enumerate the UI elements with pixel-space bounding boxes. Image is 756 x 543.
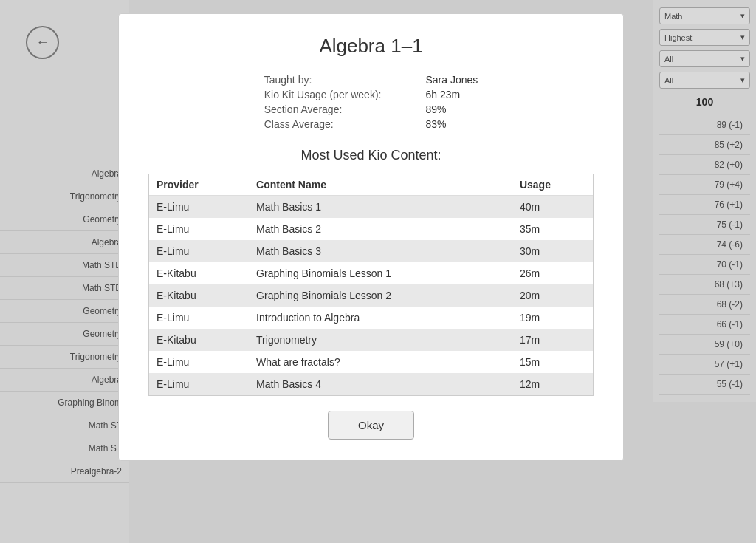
section-avg-value: 89% [425,103,478,115]
cell-usage: 15m [512,351,593,373]
table-row: E-LimuWhat are fractals?15m [149,351,593,373]
cell-provider: E-Limu [149,196,249,219]
table-row: E-LimuIntroduction to Algebra19m [149,307,593,329]
table-row: E-KitabuTrigonometry17m [149,329,593,351]
table-body: E-LimuMath Basics 140mE-LimuMath Basics … [149,196,593,396]
modal-title: Algebra 1–1 [148,35,594,58]
class-avg-value: 83% [425,118,478,130]
cell-usage: 40m [512,196,593,219]
cell-content: Graphing Binomials Lesson 1 [249,262,512,284]
section-avg-label: Section Average: [264,103,382,115]
table-row: E-LimuMath Basics 412m [149,373,593,395]
cell-content: Math Basics 1 [249,196,512,219]
class-avg-label: Class Average: [264,118,382,130]
cell-usage: 20m [512,284,593,307]
cell-content: Trigonometry [249,329,512,351]
cell-provider: E-Kitabu [149,284,249,307]
cell-content: Introduction to Algebra [249,307,512,329]
cell-usage: 19m [512,307,593,329]
table-row: E-LimuMath Basics 140m [149,196,593,219]
table-row: E-KitabuGraphing Binomials Lesson 220m [149,284,593,307]
cell-usage: 17m [512,329,593,351]
content-table-wrapper[interactable]: Provider Content Name Usage E-LimuMath B… [148,174,594,396]
taught-by-value: Sara Jones [425,74,478,86]
cell-content: What are fractals? [249,351,512,373]
cell-provider: E-Limu [149,307,249,329]
cell-content: Math Basics 3 [249,240,512,262]
cell-provider: E-Kitabu [149,329,249,351]
cell-content: Math Basics 2 [249,218,512,240]
cell-usage: 30m [512,240,593,262]
usage-label: Kio Kit Usage (per week): [264,89,382,100]
modal-dialog: Algebra 1–1 Taught by: Sara Jones Kio Ki… [118,13,624,461]
cell-usage: 26m [512,262,593,284]
cell-usage: 12m [512,373,593,395]
table-header: Provider Content Name Usage [149,174,593,196]
most-used-title: Most Used Kio Content: [148,148,594,163]
table-row: E-LimuMath Basics 330m [149,240,593,262]
cell-provider: E-Kitabu [149,262,249,284]
table-row: E-LimuMath Basics 235m [149,218,593,240]
cell-content: Math Basics 4 [249,373,512,395]
col-usage: Usage [512,174,593,196]
table-row: E-KitabuGraphing Binomials Lesson 126m [149,262,593,284]
col-provider: Provider [149,174,249,196]
okay-button[interactable]: Okay [328,411,414,440]
cell-content: Graphing Binomials Lesson 2 [249,284,512,307]
cell-provider: E-Limu [149,351,249,373]
modal-info: Taught by: Sara Jones Kio Kit Usage (per… [264,74,478,130]
taught-by-label: Taught by: [264,74,382,86]
col-content: Content Name [249,174,512,196]
cell-provider: E-Limu [149,218,249,240]
content-table: Provider Content Name Usage E-LimuMath B… [149,174,593,395]
cell-provider: E-Limu [149,240,249,262]
cell-usage: 35m [512,218,593,240]
cell-provider: E-Limu [149,373,249,395]
usage-value: 6h 23m [425,89,478,100]
